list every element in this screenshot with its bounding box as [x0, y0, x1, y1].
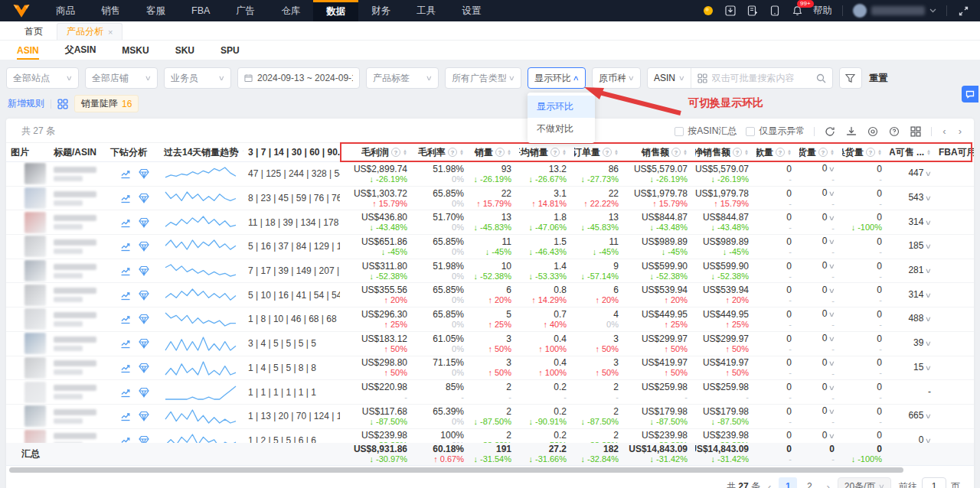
nav-item-3[interactable]: FBA	[178, 0, 223, 21]
search-input[interactable]	[712, 73, 812, 83]
expand-chevron-icon[interactable]: ∨	[925, 412, 932, 421]
gem-drilldown-icon[interactable]	[139, 168, 149, 179]
download-client-icon[interactable]	[724, 5, 737, 17]
help-link[interactable]: 帮助	[813, 5, 832, 18]
goto-page-input[interactable]	[922, 477, 946, 488]
sort-icon[interactable]: ▲▼	[787, 149, 792, 155]
column-header-12[interactable]: 退款量?▲▼	[756, 143, 799, 161]
salesman-select[interactable]: 业务员∨	[164, 67, 231, 89]
ad-type-select[interactable]: 所有广告类型∨	[445, 67, 521, 89]
page-size-select[interactable]: 20条/页 ∨	[838, 477, 891, 488]
expand-chevron-icon[interactable]: ∨	[925, 363, 932, 373]
gem-drilldown-icon[interactable]	[139, 363, 149, 373]
title-asin-cell[interactable]	[49, 235, 106, 259]
product-image-cell[interactable]	[6, 332, 49, 356]
gem-drilldown-icon[interactable]	[139, 387, 149, 398]
subtab-ASIN[interactable]: ASIN	[17, 41, 39, 60]
product-image-cell[interactable]	[6, 162, 49, 186]
title-asin-cell[interactable]	[49, 210, 106, 234]
product-image-cell[interactable]	[6, 235, 49, 259]
search-type-select[interactable]: ASIN ∨	[648, 68, 691, 88]
help-icon[interactable]: ?	[495, 148, 505, 157]
tab-home[interactable]: 首页	[15, 23, 52, 40]
help-icon[interactable]: ?	[603, 148, 612, 157]
page-number-1[interactable]: 1	[779, 477, 797, 488]
expand-chevron-icon[interactable]: ∨	[828, 431, 835, 441]
floating-assistant-button[interactable]	[962, 86, 978, 102]
date-range-picker[interactable]: 2024-09-13 ~ 2024-09-19	[237, 67, 360, 89]
expand-chevron-icon[interactable]: ∨	[925, 218, 932, 228]
expand-chevron-icon[interactable]: ∨	[925, 266, 932, 276]
chart-analysis-icon[interactable]	[120, 387, 131, 398]
gem-drilldown-icon[interactable]	[139, 411, 149, 421]
subtab-父ASIN[interactable]: 父ASIN	[65, 41, 96, 60]
horizontal-scrollbar[interactable]	[6, 466, 974, 473]
sort-icon[interactable]: ▲▼	[562, 149, 567, 155]
monitor-target-icon[interactable]	[867, 125, 879, 138]
scroll-left-icon[interactable]: ‹	[941, 125, 947, 137]
summarize-by-asin-checkbox[interactable]: 按ASIN汇总	[675, 125, 737, 138]
nav-item-9[interactable]: 设置	[449, 0, 494, 21]
page-number-2[interactable]: 2	[800, 477, 818, 488]
fullscreen-icon[interactable]	[957, 5, 969, 17]
expand-chevron-icon[interactable]: ∨	[828, 286, 835, 296]
title-asin-cell[interactable]	[49, 162, 106, 186]
column-header-6[interactable]: 毛利率?▲▼	[415, 143, 472, 161]
column-header-5[interactable]: 毛利润?▲▼	[340, 143, 415, 161]
chart-analysis-icon[interactable]	[120, 314, 131, 324]
expand-chevron-icon[interactable]: ∨	[925, 242, 932, 252]
rule-tag-sales-drop[interactable]: 销量陡降 16	[74, 95, 139, 112]
nav-item-0[interactable]: 商品	[43, 0, 88, 21]
sort-icon[interactable]: ▲▼	[926, 149, 931, 155]
title-asin-cell[interactable]	[49, 259, 106, 283]
help-icon[interactable]: ?	[733, 148, 742, 157]
product-image-cell[interactable]	[6, 210, 49, 234]
gem-drilldown-icon[interactable]	[139, 338, 149, 349]
sort-icon[interactable]: ▲▼	[459, 149, 464, 155]
subtab-MSKU[interactable]: MSKU	[122, 41, 149, 60]
sort-icon[interactable]: ▲▼	[614, 149, 619, 155]
nav-item-5[interactable]: 仓库	[268, 0, 313, 21]
column-config-icon[interactable]	[910, 125, 922, 138]
title-asin-cell[interactable]	[49, 187, 106, 210]
chart-analysis-icon[interactable]	[120, 193, 131, 203]
chart-analysis-icon[interactable]	[120, 363, 131, 373]
nav-item-2[interactable]: 客服	[133, 0, 178, 21]
chart-analysis-icon[interactable]	[120, 411, 131, 421]
search-icon[interactable]	[816, 73, 826, 83]
close-icon[interactable]: ×	[108, 28, 113, 37]
scrollbar-thumb[interactable]	[9, 467, 903, 473]
expand-chevron-icon[interactable]: ∨	[925, 291, 932, 301]
site-select[interactable]: 全部站点∨	[6, 67, 79, 89]
next-page-icon[interactable]: ›	[826, 481, 829, 488]
dropdown-option-show-compare[interactable]: 显示环比	[528, 96, 595, 118]
expand-chevron-icon[interactable]: ∨	[828, 310, 835, 320]
add-rule-link[interactable]: 新增规则	[8, 97, 44, 110]
help-circle-icon[interactable]	[888, 125, 900, 138]
store-select[interactable]: 全部店铺∨	[85, 67, 158, 89]
coin-icon[interactable]	[702, 5, 714, 17]
dropdown-option-no-compare[interactable]: 不做对比	[528, 118, 595, 140]
expand-chevron-icon[interactable]: ∨	[828, 262, 835, 272]
sort-icon[interactable]: ▲▼	[744, 149, 749, 155]
refresh-icon[interactable]	[824, 125, 836, 138]
sort-icon[interactable]: ▲▼	[507, 149, 511, 155]
title-asin-cell[interactable]	[49, 380, 106, 404]
product-image-cell[interactable]	[6, 429, 49, 443]
product-image-cell[interactable]	[6, 307, 49, 331]
expand-chevron-icon[interactable]: ∨	[828, 189, 835, 199]
sort-icon[interactable]: ▲▼	[830, 149, 835, 155]
gem-drilldown-icon[interactable]	[139, 265, 149, 276]
expand-chevron-icon[interactable]: ∨	[925, 339, 932, 349]
batch-grid-icon[interactable]	[697, 73, 707, 83]
help-icon[interactable]: ?	[671, 148, 681, 157]
expand-chevron-icon[interactable]: ∨	[925, 436, 932, 443]
column-header-3[interactable]: 过去14天销量趋势∨	[159, 143, 243, 161]
compare-mode-select[interactable]: 显示环比 ∧	[528, 67, 586, 89]
help-icon[interactable]: ?	[818, 148, 828, 157]
product-image-cell[interactable]	[6, 187, 49, 210]
nav-item-4[interactable]: 广告	[223, 0, 268, 21]
help-icon[interactable]: ?	[866, 148, 875, 157]
expand-chevron-icon[interactable]: ∨	[828, 407, 835, 417]
nav-item-8[interactable]: 工具	[403, 0, 449, 21]
